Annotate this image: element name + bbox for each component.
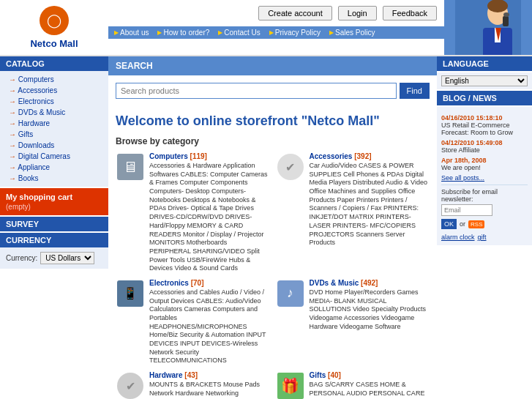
sidebar-item-dvds-music[interactable]: DVDs & Music bbox=[0, 107, 108, 118]
logo-symbol: ◯ bbox=[47, 12, 61, 29]
language-title: LANGUAGE bbox=[437, 56, 532, 71]
alarm-clock-link[interactable]: alarm clock bbox=[441, 234, 475, 241]
blog-entry-3[interactable]: We are open! bbox=[441, 164, 528, 171]
category-computers: 🖥 Computers [119] Accessories & Hardware… bbox=[116, 152, 270, 273]
catalog-list: Computers Accessories Electronics DVDs &… bbox=[0, 71, 108, 187]
sidebar-item-appliance[interactable]: Appliance bbox=[0, 162, 108, 173]
currency-select[interactable]: US Dollars bbox=[40, 252, 94, 264]
dvds-music-desc: DVD Home Player/Recorders Games MEDIA- B… bbox=[310, 288, 430, 331]
category-hardware: ✔ Hardware [43] MOUNTS & BRACKETS Mouse … bbox=[116, 371, 270, 399]
how-to-order-link[interactable]: How to order? bbox=[157, 29, 209, 37]
electronics-count: [70] bbox=[191, 279, 204, 287]
left-sidebar: CATALOG Computers Accessories Electronic… bbox=[0, 56, 108, 399]
dvds-music-count: [492] bbox=[361, 279, 378, 287]
hardware-image: ✔ bbox=[117, 373, 143, 399]
sidebar-item-hardware[interactable]: Hardware bbox=[0, 118, 108, 129]
electronics-desc: Accessories and Cables Audio / Video / O… bbox=[149, 288, 270, 365]
header: ◯ Netco Mall Create account Login Feedba… bbox=[0, 0, 532, 56]
see-all-posts-link[interactable]: See all posts... bbox=[441, 174, 528, 182]
blog-entry-1[interactable]: US Retail E-Commerce Forecast: Room to G… bbox=[441, 122, 528, 136]
electronics-image: 📱 bbox=[117, 280, 143, 307]
hardware-desc: MOUNTS & BRACKETS Mouse Pads Network Har… bbox=[149, 381, 270, 399]
browse-label: Browse by category bbox=[108, 133, 437, 149]
logo-area: ◯ Netco Mall bbox=[0, 0, 108, 55]
sidebar-item-computers[interactable]: Computers bbox=[0, 74, 108, 85]
search-input[interactable] bbox=[116, 83, 397, 99]
hardware-count: [43] bbox=[184, 371, 198, 379]
currency-body: Currency: US Dollars bbox=[0, 247, 108, 269]
gifts-info: Gifts [40] BAG S/CARRY CASES HOME & PERS… bbox=[310, 371, 430, 399]
email-input[interactable] bbox=[441, 204, 492, 216]
contact-us-link[interactable]: Contact Us bbox=[218, 29, 260, 37]
currency-label: Currency: bbox=[6, 254, 37, 262]
category-dvds-music: ♪ DVDs & Music [492] DVD Home Player/Rec… bbox=[276, 279, 430, 365]
subscribe-label: Subscribe for email newsletter: bbox=[441, 188, 528, 203]
sidebar-item-books[interactable]: Books bbox=[0, 173, 108, 184]
header-links: About us How to order? Contact Us Privac… bbox=[108, 26, 444, 39]
hardware-info: Hardware [43] MOUNTS & BRACKETS Mouse Pa… bbox=[149, 371, 270, 399]
accessories-title[interactable]: Accessories [392] bbox=[310, 152, 430, 160]
person-image bbox=[455, 0, 521, 55]
electronics-icon: 📱 bbox=[116, 279, 145, 308]
catalog-section: CATALOG Computers Accessories Electronic… bbox=[0, 56, 108, 187]
search-button[interactable]: Find bbox=[400, 83, 430, 99]
or-text: or bbox=[460, 220, 465, 228]
accessories-count: [392] bbox=[354, 152, 371, 160]
accessories-image: ✔ bbox=[277, 154, 304, 180]
sidebar-item-gifts[interactable]: Gifts bbox=[0, 129, 108, 140]
dvds-music-image: ♪ bbox=[277, 280, 304, 307]
dvds-music-info: DVDs & Music [492] DVD Home Player/Recor… bbox=[310, 279, 430, 365]
dvds-music-title[interactable]: DVDs & Music [492] bbox=[310, 279, 430, 287]
header-photo bbox=[444, 0, 532, 55]
computer-image: 🖥 bbox=[117, 154, 143, 180]
divider bbox=[441, 184, 528, 185]
cart-status: (empty) bbox=[6, 203, 102, 211]
feedback-button[interactable]: Feedback bbox=[383, 6, 437, 20]
gift-link[interactable]: gift bbox=[478, 234, 487, 241]
dvds-music-icon: ♪ bbox=[276, 279, 305, 308]
sales-policy-link[interactable]: Sales Policy bbox=[329, 29, 375, 37]
content-area: SEARCH Find Welcome to online storefront… bbox=[108, 56, 437, 399]
hardware-title[interactable]: Hardware [43] bbox=[149, 371, 270, 379]
sidebar-item-digital-cameras[interactable]: Digital Cameras bbox=[0, 151, 108, 162]
ok-row: OK or RSS bbox=[441, 219, 528, 229]
electronics-title[interactable]: Electronics [70] bbox=[149, 279, 270, 287]
svg-rect-6 bbox=[503, 16, 509, 26]
welcome-title: Welcome to online storefront "Netco Mall… bbox=[108, 106, 437, 133]
create-account-button[interactable]: Create account bbox=[258, 6, 332, 20]
gifts-count: [40] bbox=[328, 371, 341, 379]
blog-entry-2[interactable]: Store Affiliate bbox=[441, 146, 528, 154]
survey-section: SURVEY bbox=[0, 217, 108, 231]
about-us-link[interactable]: About us bbox=[114, 29, 149, 37]
currency-section: CURRENCY Currency: US Dollars bbox=[0, 233, 108, 269]
sidebar-item-downloads[interactable]: Downloads bbox=[0, 140, 108, 151]
ok-button[interactable]: OK bbox=[441, 219, 457, 229]
login-button[interactable]: Login bbox=[338, 6, 377, 20]
search-area: Find bbox=[108, 75, 437, 106]
categories-grid: 🖥 Computers [119] Accessories & Hardware… bbox=[108, 149, 437, 399]
blog-date-1: 04/16/2010 15:18:10 bbox=[441, 114, 528, 122]
gifts-icon: 🎁 bbox=[276, 371, 305, 399]
search-title: SEARCH bbox=[116, 61, 153, 71]
language-select[interactable]: English bbox=[441, 75, 528, 86]
sidebar-item-electronics[interactable]: Electronics bbox=[0, 96, 108, 107]
search-bar: SEARCH bbox=[108, 56, 437, 75]
computers-icon: 🖥 bbox=[116, 152, 145, 182]
currency-title: CURRENCY bbox=[0, 233, 108, 247]
computers-title[interactable]: Computers [119] bbox=[149, 152, 270, 160]
accessories-desc: Car Audio/Video CASES & POWER SUPPLIES C… bbox=[310, 162, 430, 247]
category-row-1: 🖥 Computers [119] Accessories & Hardware… bbox=[116, 152, 430, 273]
blog-date-3: Apr 18th, 2008 bbox=[441, 157, 528, 164]
accessories-icon: ✔ bbox=[276, 152, 305, 182]
gifts-title[interactable]: Gifts [40] bbox=[310, 371, 430, 379]
blog-news-body: 04/16/2010 15:18:10 US Retail E-Commerce… bbox=[437, 107, 532, 245]
rss-icon[interactable]: RSS bbox=[468, 220, 484, 228]
logo-text: Netco Mall bbox=[30, 38, 78, 49]
sidebar-item-accessories[interactable]: Accessories bbox=[0, 85, 108, 96]
language-body: English bbox=[437, 72, 532, 89]
accessories-info: Accessories [392] Car Audio/Video CASES … bbox=[310, 152, 430, 273]
privacy-policy-link[interactable]: Privacy Policy bbox=[269, 29, 321, 37]
hardware-icon: ✔ bbox=[116, 371, 145, 399]
gifts-image: 🎁 bbox=[277, 373, 304, 399]
currency-row: Currency: US Dollars bbox=[6, 252, 102, 264]
